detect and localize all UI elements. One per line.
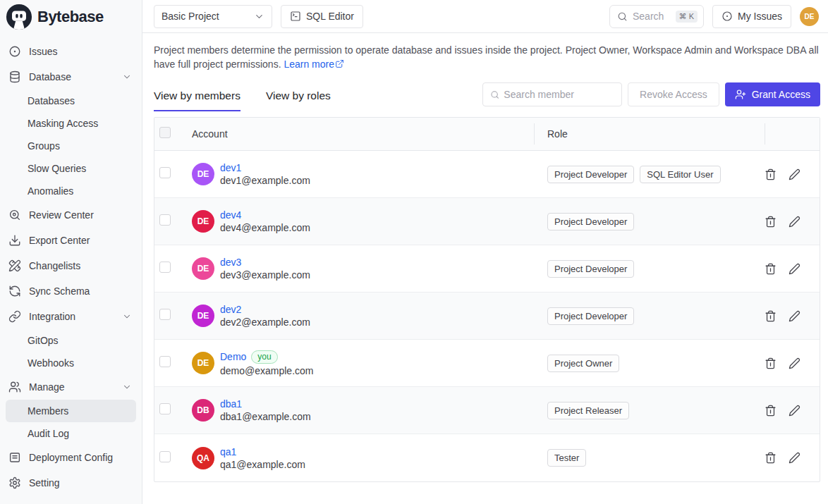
global-search-input[interactable]: Search ⌘ K (609, 5, 704, 28)
edit-member-icon[interactable] (789, 263, 800, 275)
member-name-link[interactable]: dev1 (220, 162, 241, 173)
member-search-input[interactable] (504, 89, 614, 100)
delete-member-icon[interactable] (765, 168, 777, 180)
link-icon (8, 310, 21, 323)
sidebar-item-label: Slow Queries (28, 163, 86, 174)
view-tabs: View by members View by roles (154, 90, 331, 111)
sidebar-item-groups[interactable]: Groups (6, 135, 136, 157)
member-name-link[interactable]: dev4 (220, 209, 241, 221)
delete-member-icon[interactable] (765, 357, 777, 369)
edit-member-icon[interactable] (789, 168, 800, 180)
column-header-role: Role (534, 118, 765, 150)
account-cell: DEdev1dev1@example.com (192, 162, 534, 186)
sidebar-item-gitops[interactable]: GitOps (6, 329, 136, 352)
row-checkbox[interactable] (159, 451, 171, 462)
row-checkbox[interactable] (159, 403, 171, 414)
row-checkbox[interactable] (159, 167, 171, 178)
sidebar-item-manage[interactable]: Manage (6, 374, 136, 400)
learn-more-link[interactable]: Learn more (284, 59, 334, 70)
row-checkbox[interactable] (159, 356, 171, 367)
avatar: DB (192, 399, 214, 422)
members-table: Account Role DEdev1dev1@example.comProje… (154, 117, 820, 482)
sidebar-item-label: Groups (28, 140, 60, 152)
project-select[interactable]: Basic Project (154, 5, 272, 28)
avatar: DE (192, 257, 214, 280)
sidebar-item-export-center[interactable]: Export Center (6, 228, 136, 253)
project-select-value: Basic Project (162, 11, 219, 22)
users-icon (8, 381, 21, 393)
chevron-down-icon (122, 382, 132, 392)
sidebar-item-label: Review Center (29, 209, 94, 221)
row-checkbox[interactable] (159, 214, 171, 226)
sidebar-item-label: Audit Log (28, 428, 69, 439)
role-cell: Project Developer (534, 213, 765, 231)
delete-member-icon[interactable] (765, 452, 777, 464)
sidebar-item-setting[interactable]: Setting (6, 470, 136, 496)
member-name-link[interactable]: dba1 (220, 398, 242, 410)
avatar: DE (192, 210, 214, 233)
edit-member-icon[interactable] (789, 452, 800, 464)
sidebar-item-databases[interactable]: Databases (6, 90, 136, 112)
delete-member-icon[interactable] (765, 263, 777, 275)
sidebar-item-integration[interactable]: Integration (6, 304, 136, 329)
sidebar-item-issues[interactable]: Issues (6, 39, 136, 64)
global-search-placeholder: Search (633, 11, 671, 22)
role-cell: Project Developer (534, 260, 765, 278)
member-name-link[interactable]: Demo (220, 351, 246, 362)
table-row: DEdev4dev4@example.comProject Developer (154, 198, 820, 245)
sidebar-item-label: Export Center (29, 235, 90, 246)
member-search-box (482, 82, 622, 106)
circle-dot-icon (722, 11, 733, 22)
row-checkbox[interactable] (159, 309, 171, 320)
main-area: Basic Project SQL Editor Search ⌘ K My I… (142, 0, 828, 504)
sidebar-item-audit-log[interactable]: Audit Log (6, 422, 136, 445)
brand-logo[interactable]: Bytebase (0, 0, 142, 33)
revoke-access-button[interactable]: Revoke Access (628, 82, 719, 106)
member-name-link[interactable]: qa1 (220, 446, 236, 457)
my-issues-button[interactable]: My Issues (712, 5, 791, 28)
sidebar-item-label: GitOps (28, 335, 59, 346)
sidebar-item-changelists[interactable]: Changelists (6, 253, 136, 278)
member-name-link[interactable]: dev2 (220, 304, 241, 315)
delete-member-icon[interactable] (765, 310, 777, 322)
edit-member-icon[interactable] (789, 357, 800, 369)
sidebar-item-webhooks[interactable]: Webhooks (6, 352, 136, 374)
sql-editor-button[interactable]: SQL Editor (281, 5, 363, 28)
user-avatar[interactable]: DE (800, 7, 819, 26)
tab-view-by-members[interactable]: View by members (154, 90, 241, 111)
table-row: DEDemoyoudemo@example.comProject Owner (154, 340, 820, 387)
actions-cell (765, 452, 820, 464)
member-name-link[interactable]: dev3 (220, 257, 241, 268)
terminal-icon (290, 11, 301, 22)
sidebar-item-database[interactable]: Database (6, 64, 136, 90)
sidebar-item-slow-queries[interactable]: Slow Queries (6, 157, 136, 180)
column-header-account: Account (192, 118, 534, 150)
sidebar-item-review-center[interactable]: Review Center (6, 202, 136, 228)
edit-member-icon[interactable] (789, 405, 800, 417)
sidebar-item-sync-schema[interactable]: Sync Schema (6, 278, 136, 304)
edit-member-icon[interactable] (789, 216, 800, 228)
user-plus-icon (735, 89, 746, 100)
sidebar-item-label: Integration (29, 311, 75, 322)
sidebar-item-deployment-config[interactable]: Deployment Config (6, 445, 136, 470)
sidebar-item-members[interactable]: Members (6, 400, 136, 422)
actions-cell (765, 310, 820, 322)
member-email: qa1@example.com (220, 459, 305, 470)
actions-cell (765, 216, 820, 228)
account-cell: DEdev2dev2@example.com (192, 304, 534, 328)
tab-view-by-roles[interactable]: View by roles (266, 90, 331, 111)
sidebar-item-masking-access[interactable]: Masking Access (6, 112, 136, 135)
members-page: Project members determine the permission… (142, 33, 828, 482)
edit-member-icon[interactable] (789, 310, 800, 322)
select-all-checkbox[interactable] (159, 127, 171, 138)
sidebar-item-anomalies[interactable]: Anomalies (6, 180, 136, 202)
member-email: dev3@example.com (220, 269, 310, 281)
delete-member-icon[interactable] (765, 405, 777, 417)
database-icon (8, 70, 21, 83)
delete-member-icon[interactable] (765, 216, 777, 228)
actions-cell (765, 405, 820, 417)
grant-access-button[interactable]: Grant Access (725, 82, 820, 106)
file-list-icon (8, 451, 21, 464)
sidebar-nav: IssuesDatabaseDatabasesMasking AccessGro… (0, 33, 142, 496)
row-checkbox[interactable] (159, 262, 171, 273)
